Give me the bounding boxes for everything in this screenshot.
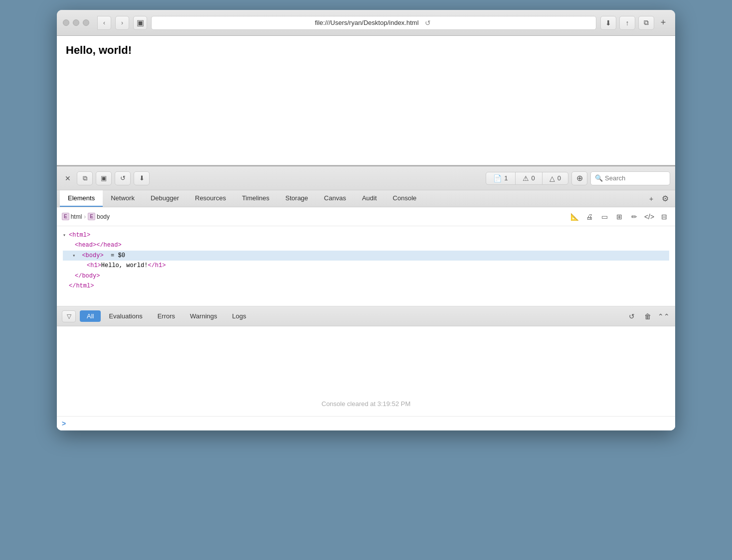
forward-icon: ›	[121, 19, 123, 26]
element-badge-body: E	[88, 213, 95, 220]
back-button[interactable]: ‹	[97, 16, 111, 30]
pages-count: 1	[504, 174, 508, 182]
breadcrumb-separator: ›	[84, 213, 86, 220]
tab-resources[interactable]: Resources	[187, 190, 234, 207]
warning-icon: △	[549, 174, 555, 182]
reload-icon: ↺	[120, 174, 126, 182]
clear-icon: 🗑	[644, 312, 651, 320]
console-input[interactable]	[69, 420, 670, 427]
tab-manager-button[interactable]: ⧉	[638, 16, 654, 30]
forward-button[interactable]: ›	[115, 16, 129, 30]
minimize-button[interactable]	[73, 19, 79, 26]
collapse-body-icon[interactable]: ▾	[72, 252, 78, 260]
body-current-ref: = $0	[107, 252, 125, 259]
pen-icon: ✏	[631, 213, 637, 221]
reload-icon: ↺	[629, 312, 635, 320]
close-button[interactable]	[63, 19, 69, 26]
console-prompt: >	[62, 420, 66, 427]
breadcrumb-bar: E html › E body 📐 🖨 ▭	[57, 207, 675, 226]
console-collapse-icon-btn[interactable]: ⌃⌃	[657, 310, 670, 322]
dom-line-body[interactable]: ▾ <body> = $0	[63, 251, 669, 261]
split-icon-btn[interactable]: ⊟	[658, 211, 670, 223]
filter-tab-all[interactable]: All	[80, 310, 101, 322]
tab-manager-icon: ⧉	[644, 18, 649, 27]
ruler-icon-btn[interactable]: 📐	[568, 211, 580, 223]
share-icon: ↑	[626, 19, 629, 27]
console-filter-bar: ▽ All Evaluations Errors Warnings	[57, 306, 675, 326]
devtools-dock-button[interactable]: ⧉	[77, 171, 93, 185]
breadcrumb-body[interactable]: E body	[88, 213, 110, 220]
console-right-icons: ↺ 🗑 ⌃⌃	[625, 310, 670, 322]
errors-count: 0	[532, 174, 535, 182]
body-close-tag: </body>	[75, 271, 100, 281]
search-input[interactable]	[605, 174, 665, 182]
console-input-bar: >	[57, 416, 675, 430]
sidebar-icon: ▣	[137, 18, 144, 27]
add-tab-button[interactable]: +	[657, 16, 669, 30]
url-bar[interactable]: file:///Users/ryan/Desktop/index.html ↺	[151, 16, 596, 30]
console-toggle-button[interactable]: ▽	[62, 310, 76, 322]
console-area: ▽ All Evaluations Errors Warnings	[57, 306, 675, 430]
share-button[interactable]: ↑	[619, 16, 635, 30]
tab-audit[interactable]: Audit	[354, 190, 385, 207]
maximize-button[interactable]	[83, 19, 89, 26]
tab-console[interactable]: Console	[385, 190, 425, 207]
filter-tab-evaluations[interactable]: Evaluations	[102, 310, 149, 322]
tab-canvas[interactable]: Canvas	[316, 190, 354, 207]
collapse-html-icon[interactable]: ▾	[63, 231, 69, 240]
grid-icon: ⊞	[616, 213, 622, 221]
toolbar-right: ⬇ ↑ ⧉ +	[600, 16, 669, 30]
html-open-tag: <html>	[69, 230, 90, 240]
dock-split-icon: ⧉	[83, 174, 87, 182]
tabs-spacer	[424, 190, 644, 207]
dom-tree: ▾ <html> <head></head> ▾ <body> = $0 <h1…	[57, 226, 675, 306]
devtools-panel: ✕ ⧉ ▣ ↺ ⬇ 📄 1 ⚠ 0	[57, 165, 675, 430]
devtools-layout-button[interactable]: ▣	[96, 171, 112, 185]
devtools-close-button[interactable]: ✕	[62, 172, 74, 184]
add-panel-icon: +	[649, 195, 653, 203]
console-filter-tabs: All Evaluations Errors Warnings Logs	[80, 310, 253, 322]
filter-tab-logs[interactable]: Logs	[225, 310, 253, 322]
refresh-button[interactable]: ↺	[423, 18, 433, 28]
code-icon: </>	[644, 213, 654, 221]
settings-button[interactable]: ⚙	[658, 192, 672, 206]
error-icon: ⚠	[523, 174, 529, 182]
box-model-icon: 🖨	[586, 213, 593, 221]
dom-line-html: ▾ <html>	[63, 230, 669, 240]
ruler-icon: 📐	[570, 213, 579, 221]
filter-tab-warnings[interactable]: Warnings	[183, 310, 224, 322]
dom-line-h1: <h1> Hello, world! </h1>	[63, 261, 669, 271]
tab-network[interactable]: Network	[103, 190, 143, 207]
download-button[interactable]: ⬇	[600, 16, 616, 30]
layout-icon: ▣	[101, 174, 107, 182]
breadcrumb-html[interactable]: E html	[62, 213, 82, 220]
tab-debugger[interactable]: Debugger	[143, 190, 187, 207]
console-output: Console cleared at 3:19:52 PM	[57, 326, 675, 416]
page-icon: 📄	[493, 174, 502, 182]
devtools-download-button[interactable]: ⬇	[134, 171, 150, 185]
h1-open-tag: <h1>	[87, 261, 101, 271]
add-panel-button[interactable]: +	[644, 192, 658, 206]
search-box[interactable]: 🔍	[590, 171, 670, 185]
grid-icon-btn[interactable]: ⊞	[613, 211, 625, 223]
toggle-panel-icon-btn[interactable]: ▭	[598, 211, 610, 223]
elements-panel: E html › E body 📐 🖨 ▭	[57, 207, 675, 306]
tab-storage[interactable]: Storage	[277, 190, 316, 207]
filter-tab-errors[interactable]: Errors	[151, 310, 182, 322]
split-icon: ⊟	[661, 213, 667, 221]
tab-elements[interactable]: Elements	[60, 190, 103, 207]
tab-timelines[interactable]: Timelines	[234, 190, 277, 207]
console-reload-icon-btn[interactable]: ↺	[625, 310, 638, 322]
devtools-reload-button[interactable]: ↺	[115, 171, 131, 185]
target-button[interactable]: ⊕	[571, 171, 587, 185]
box-model-icon-btn[interactable]: 🖨	[583, 211, 595, 223]
body-label: body	[97, 213, 110, 220]
sidebar-button[interactable]: ▣	[133, 16, 147, 30]
traffic-lights	[63, 19, 89, 26]
console-clear-icon-btn[interactable]: 🗑	[641, 310, 654, 322]
code-icon-btn[interactable]: </>	[643, 211, 655, 223]
title-bar: ‹ › ▣ file:///Users/ryan/Desktop/index.h…	[57, 10, 675, 36]
pen-icon-btn[interactable]: ✏	[628, 211, 640, 223]
devtools-tabs: Elements Network Debugger Resources Time…	[57, 190, 675, 207]
body-open-tag: <body>	[82, 252, 103, 259]
